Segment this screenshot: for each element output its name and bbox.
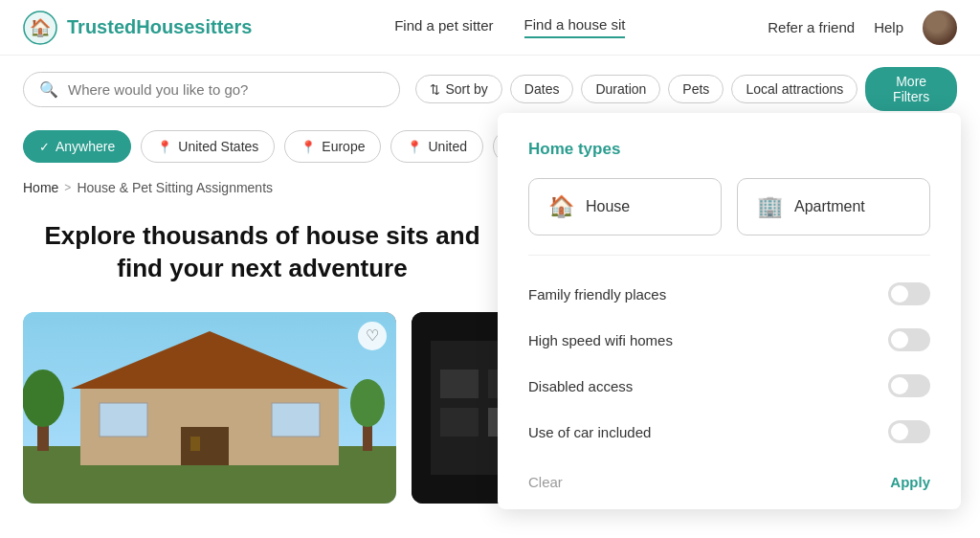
svg-rect-9 (272, 403, 320, 437)
pets-button[interactable]: Pets (668, 75, 724, 103)
location-pill-anywhere[interactable]: ✓ Anywhere (23, 130, 131, 163)
toggle-row-family: Family friendly places (528, 271, 930, 317)
toggle-label-family: Family friendly places (528, 286, 666, 303)
dropdown-panel: Home types 🏠 House 🏢 Apartment Family fr… (498, 113, 961, 509)
pin-icon: 📍 (157, 140, 172, 154)
toggle-wifi[interactable] (888, 328, 930, 351)
avatar[interactable] (923, 11, 957, 45)
search-icon: 🔍 (39, 80, 58, 99)
location-pill-europe[interactable]: 📍 Europe (284, 130, 381, 163)
apply-button[interactable]: Apply (890, 474, 930, 490)
card-1[interactable]: ♡ (23, 312, 396, 504)
sort-icon: ⇅ (430, 82, 440, 97)
local-attractions-button[interactable]: Local attractions (731, 75, 858, 103)
logo-text: TrustedHousesitters (67, 16, 252, 38)
svg-rect-6 (181, 427, 229, 465)
breadcrumb-current: House & Pet Sitting Assignments (77, 180, 273, 195)
divider (528, 255, 930, 256)
search-box[interactable]: 🔍 (23, 72, 400, 107)
more-filters-button[interactable]: More Filters (865, 67, 957, 111)
home-type-apartment[interactable]: 🏢 Apartment (737, 178, 930, 235)
location-pill-united[interactable]: 📍 United (390, 130, 482, 163)
sort-by-button[interactable]: ⇅ Sort by (415, 75, 502, 103)
svg-point-13 (350, 379, 385, 427)
avatar-image (923, 11, 957, 45)
toggle-label-disabled: Disabled access (528, 378, 633, 394)
filter-buttons: ⇅ Sort by Dates Duration Pets Local attr… (415, 67, 958, 111)
svg-point-11 (23, 370, 64, 427)
breadcrumb-home[interactable]: Home (23, 180, 58, 195)
nav-find-pet-sitter[interactable]: Find a pet sitter (394, 17, 493, 37)
house-image (23, 312, 396, 504)
clear-button[interactable]: Clear (528, 474, 563, 490)
toggle-label-wifi: High speed wifi homes (528, 332, 673, 348)
svg-rect-16 (440, 370, 479, 398)
dates-button[interactable]: Dates (510, 75, 574, 103)
toggle-car[interactable] (888, 420, 930, 443)
panel-footer: Clear Apply (528, 459, 930, 490)
toggle-row-wifi: High speed wifi homes (528, 317, 930, 363)
toggle-label-car: Use of car included (528, 424, 651, 440)
toggle-disabled[interactable] (888, 374, 930, 397)
svg-rect-7 (190, 437, 200, 451)
help-button[interactable]: Help (874, 19, 903, 35)
pin-icon: 📍 (407, 140, 422, 154)
logo[interactable]: 🏠 TrustedHousesitters (23, 11, 252, 45)
duration-button[interactable]: Duration (581, 75, 660, 103)
home-type-grid: 🏠 House 🏢 Apartment (528, 178, 930, 235)
house-icon: 🏠 (548, 194, 574, 219)
home-type-house[interactable]: 🏠 House (528, 178, 722, 235)
refer-friend-button[interactable]: Refer a friend (768, 19, 855, 35)
header-right: Refer a friend Help (768, 11, 957, 45)
toggle-row-car: Use of car included (528, 409, 930, 455)
hero-title: Explore thousands of house sits and find… (23, 220, 501, 304)
check-icon: ✓ (39, 140, 50, 154)
svg-rect-19 (440, 408, 479, 437)
svg-rect-8 (100, 403, 147, 437)
toggle-family[interactable] (888, 282, 930, 305)
location-pill-united-states[interactable]: 📍 United States (141, 130, 275, 163)
svg-text:🏠: 🏠 (30, 17, 52, 38)
favorite-button-1[interactable]: ♡ (358, 322, 387, 350)
dropdown-title: Home types (528, 140, 930, 159)
apartment-icon: 🏢 (757, 194, 783, 219)
header: 🏠 TrustedHousesitters Find a pet sitter … (0, 0, 980, 56)
main-nav: Find a pet sitter Find a house sit (394, 16, 625, 38)
search-input[interactable] (68, 81, 384, 98)
logo-icon: 🏠 (23, 11, 57, 45)
breadcrumb-separator: > (64, 181, 71, 194)
pin-icon: 📍 (301, 140, 316, 154)
nav-find-house-sit[interactable]: Find a house sit (524, 16, 626, 38)
toggle-row-disabled: Disabled access (528, 363, 930, 409)
